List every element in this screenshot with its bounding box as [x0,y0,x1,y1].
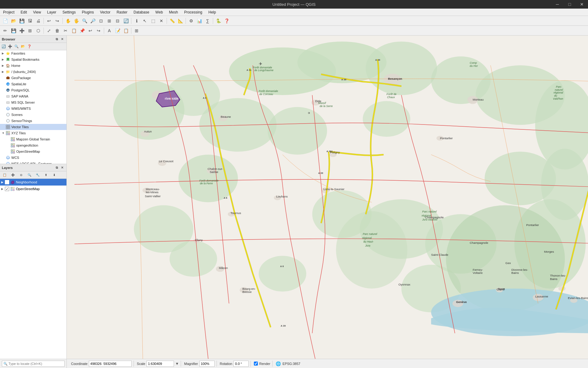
browser-tree-item-9[interactable]: wwwWMS/WMTS [0,105,66,112]
redo-button[interactable]: ↪ [53,17,61,25]
browser-tree-item-2[interactable]: ▶🏠Home [0,63,66,69]
save-project-button[interactable]: 💾 [18,17,26,25]
browser-filter-button[interactable]: 🔍 [13,44,20,50]
menu-item-database[interactable]: Database [130,9,152,16]
layers-add-button[interactable]: ➕ [9,171,17,179]
pan-button[interactable]: ✋ [64,17,72,25]
rotation-input[interactable] [233,361,249,367]
browser-tree-item-6[interactable]: pgPostgreSQL [0,87,66,93]
print-button[interactable]: 🖨 [34,17,42,25]
minimize-button[interactable]: ─ [551,0,564,9]
field-calc-button[interactable]: ⊞ [133,27,141,35]
sum-button[interactable]: ∑ [204,17,212,25]
browser-tree-item-12[interactable]: Vector Tiles [0,124,66,130]
layers-close-button[interactable]: ✕ [60,165,65,170]
layer-checkbox-0[interactable]: ✓ [5,180,9,184]
paste-features-button[interactable]: 📌 [78,27,86,35]
browser-tree-item-3[interactable]: ▶📁/ (lubuntu_2404) [0,69,66,75]
layers-open-button[interactable]: 📋 [1,171,9,179]
layers-settings-button[interactable]: 🔧 [34,171,42,179]
layers-move-up-button[interactable]: ⬆ [42,171,50,179]
redo-edit-button[interactable]: ↪ [95,27,103,35]
magnifier-input[interactable] [199,361,215,367]
copy-features-button[interactable]: 📋 [70,27,78,35]
zoom-layer-button[interactable]: ⊞ [105,17,113,25]
layers-float-button[interactable]: ⧉ [54,165,59,170]
browser-tree-item-5[interactable]: dbSpatiaLite [0,81,66,87]
statistics-button[interactable]: 📊 [195,17,203,25]
form-button[interactable]: 📋 [122,27,130,35]
browser-tree-item-17[interactable]: wwwWCS [0,155,66,161]
menu-item-edit[interactable]: Edit [17,9,30,16]
map-area[interactable]: riverside [67,36,588,359]
browser-tree-item-14[interactable]: Mapzen Global Terrain [0,136,66,142]
refresh-button[interactable]: 🔄 [122,17,130,25]
browser-tree-item-4[interactable]: GeoPackage [0,75,66,81]
browser-float-button[interactable]: ⧉ [54,37,59,42]
browser-tree-item-18[interactable]: wwwWFS / OGC API - Features [0,161,66,164]
add-part-button[interactable]: ⊞ [26,27,34,35]
layer-item-0[interactable]: ▶✓Neighborhood [0,179,66,186]
browser-help-button[interactable]: ❓ [26,44,32,50]
measure-area-button[interactable]: 📐 [176,17,184,25]
zoom-in-button[interactable]: 🔍 [81,17,89,25]
digitize-button[interactable]: ⬡ [34,27,42,35]
delete-selected-button[interactable]: 🗑 [53,27,61,35]
deselect-button[interactable]: ✕ [157,17,165,25]
layers-remove-button[interactable]: ⊖ [17,171,25,179]
browser-add-button[interactable]: ➕ [7,44,13,50]
menu-item-settings[interactable]: Settings [59,9,79,16]
locate-input[interactable] [2,361,65,367]
layers-filter-button[interactable]: 🔍 [25,171,33,179]
zoom-full-button[interactable]: ⊡ [97,17,105,25]
calculator-button[interactable]: ⚙ [187,17,195,25]
browser-tree-item-0[interactable]: ▶⭐Favorites [0,50,66,56]
layers-move-down-button[interactable]: ⬇ [50,171,58,179]
edit-mode-button[interactable]: ✏ [1,27,9,35]
undo-button[interactable]: ↩ [45,17,53,25]
menu-item-vector[interactable]: Vector [97,9,114,16]
browser-collapse-button[interactable]: 📂 [20,44,26,50]
help-button[interactable]: ❓ [223,17,231,25]
menu-item-mesh[interactable]: Mesh [166,9,181,16]
move-feature-button[interactable]: ⤢ [45,27,53,35]
add-feature-button[interactable]: ➕ [18,27,26,35]
browser-refresh-button[interactable]: 🔄 [1,44,7,50]
identify-button[interactable]: ℹ [133,17,141,25]
save-as-button[interactable]: 🖫 [26,17,34,25]
menu-item-layer[interactable]: Layer [44,9,59,16]
annotation-button[interactable]: 📝 [114,27,122,35]
browser-close-button[interactable]: ✕ [60,37,65,42]
browser-tree-item-16[interactable]: OpenStreetMap [0,148,66,155]
pan-map-button[interactable]: 🖐 [72,17,80,25]
menu-item-raster[interactable]: Raster [114,9,130,16]
scale-dropdown-button[interactable]: ▼ [175,362,179,366]
menu-item-project[interactable]: Project [0,9,17,16]
browser-tree-item-11[interactable]: SensorThings [0,118,66,124]
zoom-out-button[interactable]: 🔎 [89,17,97,25]
render-checkbox[interactable] [254,362,258,366]
menu-item-view[interactable]: View [30,9,44,16]
epsg-section[interactable]: 🌐 EPSG:3857 [274,361,302,367]
python-console-button[interactable]: 🐍 [214,17,222,25]
save-edits-button[interactable]: 💾 [9,27,17,35]
layer-item-1[interactable]: ▶✓OpenStreetMap [0,186,66,192]
undo-edit-button[interactable]: ↩ [86,27,94,35]
zoom-selection-button[interactable]: ⊟ [114,17,122,25]
select-button[interactable]: ↖ [141,17,149,25]
menu-item-plugins[interactable]: Plugins [79,9,97,16]
browser-tree-item-8[interactable]: MS SQL Server [0,99,66,105]
new-project-button[interactable]: 📄 [1,17,9,25]
close-button[interactable]: ✕ [576,0,588,9]
select-rect-button[interactable]: ⬚ [149,17,157,25]
browser-tree-item-10[interactable]: Scenes [0,112,66,118]
menu-item-web[interactable]: Web [152,9,166,16]
open-project-button[interactable]: 📂 [9,17,17,25]
browser-tree-item-1[interactable]: ▶Spatial Bookmarks [0,56,66,63]
maximize-button[interactable]: □ [564,0,576,9]
cut-features-button[interactable]: ✂ [62,27,70,35]
menu-item-help[interactable]: Help [205,9,219,16]
browser-tree-item-15[interactable]: opengeofiction [0,142,66,148]
scale-input[interactable] [146,361,174,367]
browser-tree-item-7[interactable]: SAP HANA [0,93,66,99]
